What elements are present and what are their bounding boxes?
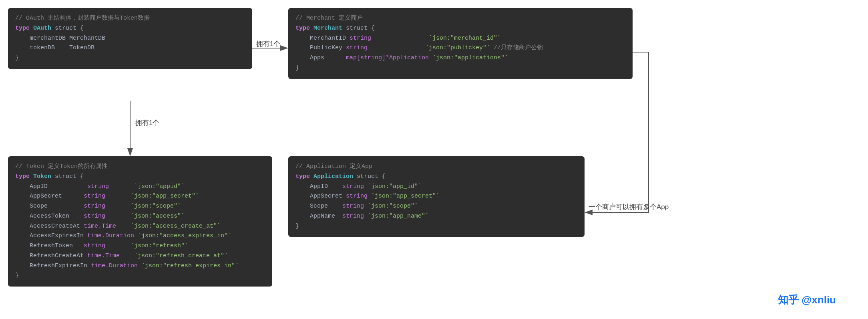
application-box: // Application 定义App type Application st…: [288, 156, 585, 237]
token-field-accesstoken: AccessToken string `json:"access"`: [15, 212, 265, 222]
application-closing: }: [295, 222, 577, 232]
oauth-box: // OAuth 主结构体，封装商户数据与Token数据 type OAuth …: [8, 8, 252, 69]
application-struct-line: type Application struct {: [295, 172, 577, 182]
token-comment: // Token 定义Token的所有属性: [15, 162, 265, 172]
merchant-closing: }: [295, 63, 625, 73]
merchant-comment: // Merchant 定义商户: [295, 14, 625, 24]
token-field-refreshcreateat: RefreshCreateAt time.Time `json:"refresh…: [15, 251, 265, 261]
merchant-field-apps: Apps map[string]*Application `json:"appl…: [295, 53, 625, 63]
application-comment: // Application 定义App: [295, 162, 577, 172]
application-field-appsecret: AppSecret string `json:"app_secret"`: [295, 192, 577, 202]
token-field-appsecret: AppSecret string `json:"app_secret"`: [15, 192, 265, 202]
application-field-scope: Scope string `json:"scope"`: [295, 202, 577, 212]
oauth-field-merchantdb: merchantDB MerchantDB: [15, 34, 245, 44]
token-closing: }: [15, 271, 265, 281]
token-box: // Token 定义Token的所有属性 type Token struct …: [8, 156, 272, 287]
merchant-field-publickey: PublicKey string `json:"publickey"` //只存…: [295, 43, 625, 53]
merchant-struct-line: type Merchant struct {: [295, 24, 625, 34]
merchant-field-merchantid: MerchantID string `json:"merchant_id"`: [295, 34, 625, 44]
token-field-refreshexpiresin: RefreshExpiresIn time.Duration `json:"re…: [15, 261, 265, 271]
watermark: 知乎 @xnliu: [778, 293, 836, 307]
oauth-closing: }: [15, 53, 245, 63]
merchant-box: // Merchant 定义商户 type Merchant struct { …: [288, 8, 633, 79]
application-field-appid: AppID string `json:"app_id"`: [295, 182, 577, 192]
label-has-one-left: 拥有1个: [135, 118, 159, 127]
oauth-comment: // OAuth 主结构体，封装商户数据与Token数据: [15, 14, 245, 24]
token-field-accessexpiresin: AccessExpiresIn time.Duration `json:"acc…: [15, 231, 265, 241]
oauth-struct-line: type OAuth struct {: [15, 24, 245, 34]
token-struct-line: type Token struct {: [15, 172, 265, 182]
token-field-appid: AppID string `json:"appid"`: [15, 182, 265, 192]
token-field-accesscreateat: AccessCreateAt time.Time `json:"access_c…: [15, 222, 265, 232]
label-multi-app: 一个商户可以拥有多个App: [589, 202, 669, 212]
token-field-refreshtoken: RefreshToken string `json:"refresh"`: [15, 241, 265, 251]
label-has-one-top: 拥有1个: [256, 39, 280, 48]
application-field-appname: AppName string `json:"app_name"`: [295, 212, 577, 222]
oauth-field-tokendb: tokenDB TokenDB: [15, 43, 245, 53]
token-field-scope: Scope string `json:"scope"`: [15, 202, 265, 212]
